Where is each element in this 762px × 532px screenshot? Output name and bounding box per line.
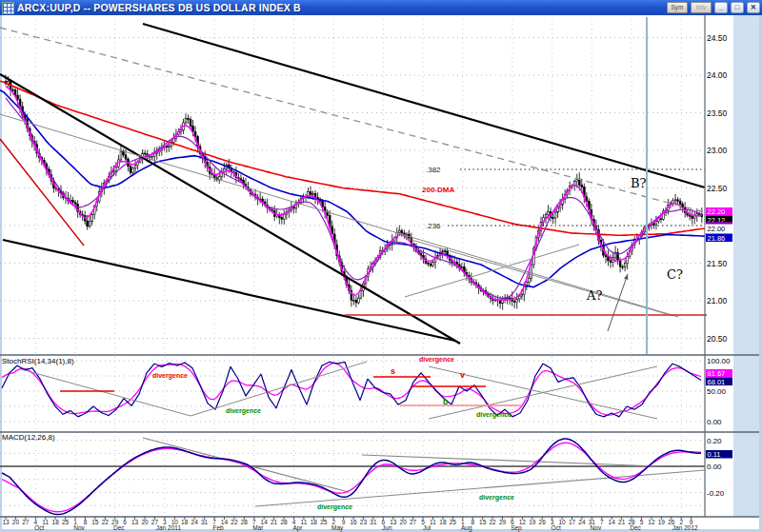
date-tick: 26 — [539, 519, 547, 525]
maximize-button[interactable]: □ — [731, 2, 744, 13]
month-label: Aug — [461, 524, 472, 532]
date-tick: 20 — [141, 519, 149, 525]
stochrsi-tick-label: 100.00 — [707, 357, 731, 365]
date-tick: 29 — [499, 519, 507, 525]
price-tick-label: 24.00 — [707, 70, 728, 80]
stochrsi-label: StochRSI(14,34(1),8) — [2, 357, 74, 365]
month-label: Oct — [34, 524, 44, 531]
date-tick: 22 — [102, 519, 110, 525]
date-tick: 13 — [2, 519, 10, 525]
macd-annotation: divergence — [317, 503, 352, 511]
month-label: Jan 2012 — [672, 524, 698, 531]
window-title: ARCX:UUP,D -- POWERSHARES DB US DOLLAR I… — [17, 2, 301, 13]
price-annotation: 200-DMA — [422, 186, 454, 194]
stochrsi-annotation: divergence — [226, 407, 261, 415]
stochrsi-annotation: divergence — [152, 372, 188, 380]
date-tick: 14 — [609, 519, 616, 525]
month-label: May — [331, 524, 344, 532]
date-tick: 19 — [658, 519, 666, 525]
window-icon — [2, 2, 14, 14]
date-tick: 25 — [320, 519, 328, 525]
minimize-button[interactable]: _ — [714, 2, 728, 13]
date-tick: 18 — [311, 519, 318, 525]
price-annotation: A? — [586, 288, 602, 303]
stochrsi-annotation: v — [460, 370, 465, 380]
value-label: 21.86 — [708, 234, 726, 243]
date-tick: 19 — [529, 519, 536, 525]
date-tick: 12 — [648, 519, 655, 525]
month-label: Dec — [113, 524, 125, 531]
month-label: Nov — [73, 524, 85, 531]
month-label: Nov — [591, 524, 602, 531]
date-tick: 17 — [569, 519, 576, 525]
date-tick: 31 — [201, 519, 209, 525]
macd-annotation: divergence — [479, 494, 514, 502]
month-label: Mar — [252, 524, 264, 531]
price-tick-label: 21.00 — [707, 296, 728, 305]
price-annotation: .382 — [426, 166, 441, 174]
date-tick: 21 — [618, 519, 626, 525]
date-tick: 24 — [578, 519, 586, 525]
date-tick: 18 — [52, 519, 60, 525]
month-label: Oct — [551, 524, 561, 531]
intv-button[interactable]: Intv — [691, 2, 712, 13]
date-tick: 15 — [479, 519, 487, 525]
title-bar[interactable]: ARCX:UUP,D -- POWERSHARES DB US DOLLAR I… — [0, 0, 762, 15]
month-label: Jul — [423, 524, 431, 531]
date-tick: 27 — [22, 519, 30, 525]
date-tick: 20 — [400, 519, 408, 525]
date-tick: 28 — [241, 519, 249, 525]
macd-tick-label: -0.20 — [707, 489, 725, 498]
stochrsi-tick-label: 50.00 — [707, 387, 727, 396]
date-tick: 27 — [410, 519, 417, 525]
value-label: 22.00 — [708, 225, 726, 233]
value-label: 68.01 — [708, 378, 726, 386]
price-tick-label: 22.50 — [707, 184, 728, 193]
month-label: Jan 2011 — [156, 524, 182, 531]
value-label: 0.11 — [708, 450, 721, 459]
date-tick: 23 — [360, 519, 368, 525]
date-tick: 31 — [370, 519, 377, 525]
month-label: Apr — [292, 524, 303, 532]
date-tick: 28 — [280, 519, 288, 525]
date-tick: 13 — [131, 519, 139, 525]
price-annotation: .236 — [426, 222, 441, 230]
stochrsi-annotation: b — [443, 397, 449, 406]
date-tick: 18 — [439, 519, 447, 525]
date-tick: 16 — [350, 519, 357, 525]
month-label: Feb — [212, 524, 224, 531]
stochrsi-tick-label: 0.00 — [707, 418, 722, 426]
price-tick-label: 23.00 — [707, 146, 728, 155]
month-label: Jun — [382, 524, 392, 531]
sym-button[interactable]: Sym — [667, 2, 688, 13]
chart-window: ARCX:UUP,D -- POWERSHARES DB US DOLLAR I… — [0, 0, 762, 532]
price-tick-label: 21.50 — [707, 259, 728, 268]
price-tick-label: 20.50 — [707, 334, 728, 344]
date-tick: 25 — [62, 519, 70, 525]
price-tick-label: 24.50 — [707, 33, 728, 43]
price-tick-label: 23.50 — [707, 108, 728, 118]
stochrsi-annotation: divergence — [419, 356, 454, 364]
stochrsi-annotation: divergence — [476, 411, 511, 419]
date-tick: 18 — [181, 519, 189, 525]
chart-canvas[interactable]: 200-DMA.382.236B?C?A?divergencedivergenc… — [0, 15, 762, 532]
date-tick: 22 — [489, 519, 496, 525]
macd-label: MACD(12,26,8) — [2, 433, 55, 442]
stochrsi-annotation: s — [391, 366, 395, 376]
month-label: Sep — [511, 524, 522, 532]
date-tick: 24 — [191, 519, 199, 525]
date-tick: 20 — [12, 519, 20, 525]
macd-tick-label: 0.20 — [707, 437, 722, 445]
date-tick: 22 — [231, 519, 238, 525]
date-tick: 15 — [91, 519, 99, 525]
date-tick: 21 — [271, 519, 278, 525]
price-annotation: C? — [667, 267, 683, 282]
close-button[interactable]: ✕ — [747, 2, 760, 13]
month-label: Dec — [630, 524, 641, 531]
macd-tick-label: 0.00 — [707, 463, 722, 471]
price-annotation: B? — [631, 176, 647, 190]
date-tick: 25 — [450, 519, 457, 525]
